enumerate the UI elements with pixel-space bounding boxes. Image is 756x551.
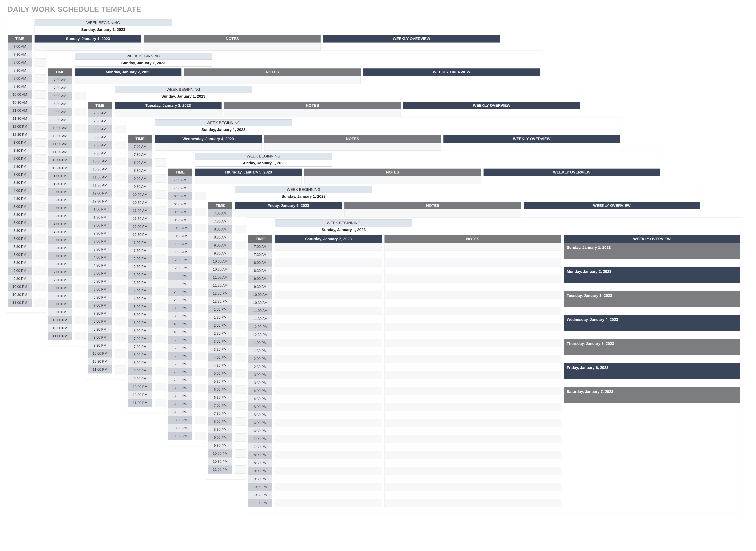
notes-cell[interactable]: [385, 459, 561, 467]
notes-cell[interactable]: [385, 339, 561, 347]
notes-cell[interactable]: [184, 76, 360, 84]
schedule-cell[interactable]: [275, 403, 382, 411]
notes-cell[interactable]: [385, 387, 561, 395]
notes-cell[interactable]: [385, 443, 561, 451]
notes-cell[interactable]: [385, 435, 561, 443]
notes-cell[interactable]: [385, 483, 561, 491]
schedule-cell[interactable]: [275, 387, 382, 395]
week-beginning-value[interactable]: Sunday, January 1, 2023: [75, 60, 212, 66]
schedule-cell[interactable]: [275, 243, 382, 251]
overview-day[interactable]: Sunday, January 1, 2023: [564, 243, 740, 259]
notes-cell[interactable]: [385, 491, 561, 499]
notes-cell[interactable]: [385, 403, 561, 411]
schedule-cell[interactable]: [275, 307, 382, 315]
schedule-cell[interactable]: [115, 109, 222, 117]
notes-cell[interactable]: [385, 363, 561, 371]
notes-cell[interactable]: [385, 371, 561, 379]
notes-cell[interactable]: [385, 291, 561, 299]
schedule-cell[interactable]: [275, 275, 382, 283]
notes-cell[interactable]: [385, 499, 561, 507]
schedule-cell[interactable]: [275, 483, 382, 491]
notes-cell[interactable]: [385, 475, 561, 483]
schedule-cell[interactable]: [275, 355, 382, 363]
schedule-cell[interactable]: [195, 176, 302, 184]
overview-day[interactable]: Monday, January 2, 2023: [564, 267, 740, 283]
notes-cell[interactable]: [385, 379, 561, 387]
schedule-cell[interactable]: [275, 475, 382, 483]
schedule-cell[interactable]: [275, 435, 382, 443]
schedule-cell[interactable]: [275, 339, 382, 347]
time-slot: 3:30 PM: [208, 346, 232, 354]
schedule-cell[interactable]: [275, 323, 382, 331]
schedule-cell[interactable]: [275, 291, 382, 299]
overview-day[interactable]: Wednesday, January 4, 2023: [564, 315, 740, 331]
notes-cell[interactable]: [385, 299, 561, 307]
week-beginning-value[interactable]: Sunday, January 1, 2023: [275, 226, 412, 233]
overview-day[interactable]: Saturday, January 7, 2023: [564, 387, 740, 403]
schedule-cell[interactable]: [275, 459, 382, 467]
week-beginning-value[interactable]: Sunday, January 1, 2023: [235, 193, 372, 200]
notes-cell[interactable]: [385, 315, 561, 323]
schedule-cell[interactable]: [275, 427, 382, 435]
notes-cell[interactable]: [385, 419, 561, 427]
schedule-cell[interactable]: [275, 315, 382, 323]
schedule-cell[interactable]: [75, 76, 182, 84]
schedule-cell[interactable]: [275, 347, 382, 355]
notes-cell[interactable]: [385, 331, 561, 339]
schedule-cell[interactable]: [275, 299, 382, 307]
notes-cell[interactable]: [304, 176, 481, 184]
notes-cell[interactable]: [144, 42, 320, 50]
time-slot: 7:30 AM: [48, 84, 72, 92]
schedule-cell[interactable]: [275, 331, 382, 339]
notes-cell[interactable]: [264, 143, 441, 151]
notes-cell[interactable]: [385, 427, 561, 435]
schedule-cell[interactable]: [275, 411, 382, 419]
notes-cell[interactable]: [344, 209, 521, 217]
overview-day[interactable]: Tuesday, January 3, 2023: [564, 291, 740, 307]
notes-cell[interactable]: [385, 283, 561, 291]
schedule-cell[interactable]: [155, 143, 262, 151]
week-beginning-value[interactable]: Sunday, January 1, 2023: [35, 26, 172, 33]
notes-cell[interactable]: [385, 411, 561, 419]
notes-cell[interactable]: [385, 267, 561, 275]
overview-day[interactable]: Friday, January 6, 2023: [564, 363, 740, 379]
page-title: DAILY WORK SCHEDULE TEMPLATE: [8, 5, 142, 14]
schedule-cell[interactable]: [275, 267, 382, 275]
notes-cell[interactable]: [385, 243, 561, 251]
schedule-cell[interactable]: [275, 371, 382, 379]
schedule-cell[interactable]: [275, 259, 382, 267]
time-slot: 9:30 PM: [208, 442, 232, 450]
notes-cell[interactable]: [224, 109, 401, 117]
notes-cell[interactable]: [385, 355, 561, 363]
notes-cell[interactable]: [385, 395, 561, 403]
schedule-cell[interactable]: [275, 467, 382, 475]
notes-cell[interactable]: [385, 451, 561, 459]
notes-cell[interactable]: [385, 251, 561, 259]
schedule-cell[interactable]: [34, 42, 142, 50]
schedule-cell[interactable]: [275, 451, 382, 459]
schedule-cell[interactable]: [275, 379, 382, 387]
notes-cell[interactable]: [385, 347, 561, 355]
schedule-cell[interactable]: [275, 419, 382, 427]
notes-cell[interactable]: [385, 259, 561, 267]
schedule-cell[interactable]: [275, 363, 382, 371]
time-slot: 7:00 AM: [248, 243, 272, 251]
week-beginning-value[interactable]: Sunday, January 1, 2023: [155, 126, 292, 133]
schedule-cell[interactable]: [235, 209, 342, 217]
week-beginning-value[interactable]: Sunday, January 1, 2023: [115, 93, 252, 100]
schedule-cell[interactable]: [275, 443, 382, 451]
schedule-cell[interactable]: [275, 499, 382, 507]
notes-cell[interactable]: [385, 323, 561, 331]
header-date: Friday, January 6, 2023: [235, 202, 342, 209]
notes-cell[interactable]: [385, 467, 561, 475]
schedule-cell[interactable]: [275, 491, 382, 499]
column-header-bar: TIMEMonday, January 2, 2023NOTESWEEKLY O…: [48, 68, 540, 76]
notes-cell[interactable]: [385, 275, 561, 283]
schedule-cell[interactable]: [275, 251, 382, 259]
schedule-cell[interactable]: [275, 395, 382, 403]
notes-cell[interactable]: [385, 307, 561, 315]
schedule-cell[interactable]: [275, 283, 382, 291]
time-slot: 11:00 PM: [48, 332, 72, 340]
week-beginning-value[interactable]: Sunday, January 1, 2023: [195, 160, 332, 166]
overview-day[interactable]: Thursday, January 5, 2023: [564, 339, 740, 355]
